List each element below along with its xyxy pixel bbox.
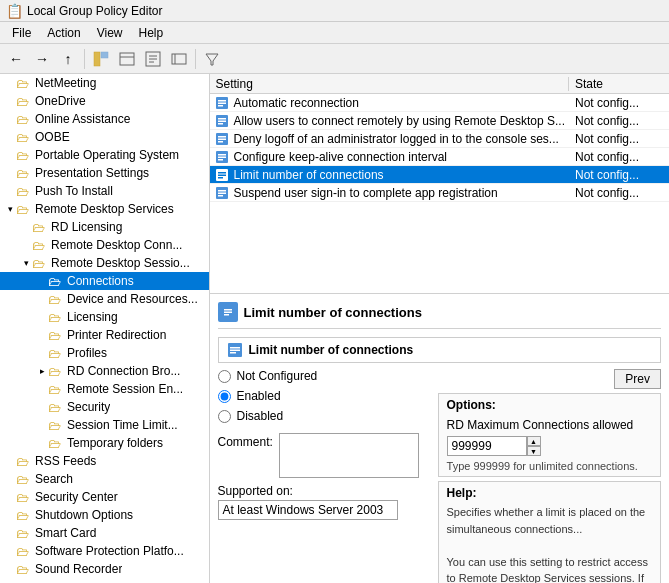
tree-expand-rd-session[interactable]: ▾: [20, 257, 32, 269]
settings-row-keep-alive[interactable]: Configure keep-alive connection interval…: [210, 148, 669, 166]
tree-item-rss-feeds[interactable]: 🗁RSS Feeds: [0, 452, 209, 470]
tree-label-onedrive: OneDrive: [35, 94, 86, 108]
folder-icon-netmeeting: 🗁: [16, 76, 32, 90]
tree-item-session-time[interactable]: 🗁Session Time Limit...: [0, 416, 209, 434]
settings-row-limit-connections[interactable]: Limit number of connectionsNot config...: [210, 166, 669, 184]
tree-item-oobe[interactable]: 🗁OOBE: [0, 128, 209, 146]
tree-item-smart-card[interactable]: 🗁Smart Card: [0, 524, 209, 542]
svg-rect-12: [218, 100, 226, 102]
tree-item-rd-licensing[interactable]: 🗁RD Licensing: [0, 218, 209, 236]
tree-item-software-protection[interactable]: 🗁Software Protection Platfo...: [0, 542, 209, 560]
settings-row-suspend-sign-in[interactable]: Suspend user sign-in to complete app reg…: [210, 184, 669, 202]
folder-icon-rss-feeds: 🗁: [16, 454, 32, 468]
svg-rect-25: [218, 156, 226, 158]
detail-title-row: Limit number of connections: [218, 302, 661, 329]
tree-label-device-res: Device and Resources...: [67, 292, 198, 306]
folder-icon-profiles: 🗁: [48, 346, 64, 360]
radio-disabled[interactable]: [218, 410, 231, 423]
tree-expand-presentation: [4, 167, 16, 179]
spinner-up[interactable]: ▲: [527, 436, 541, 446]
tree-item-onedrive[interactable]: 🗁OneDrive: [0, 92, 209, 110]
tree-item-printer-redir[interactable]: 🗁Printer Redirection: [0, 326, 209, 344]
folder-icon-software-protection: 🗁: [16, 544, 32, 558]
tree-item-netmeeting[interactable]: 🗁NetMeeting: [0, 74, 209, 92]
settings-row-auto-reconnect[interactable]: Automatic reconnectionNot config...: [210, 94, 669, 112]
detail-title-text: Limit number of connections: [244, 305, 422, 320]
svg-rect-13: [218, 102, 226, 104]
spinner-down[interactable]: ▼: [527, 446, 541, 456]
options-title: Options:: [447, 398, 652, 412]
settings-row-deny-logoff[interactable]: Deny logoff of an administrator logged i…: [210, 130, 669, 148]
svg-rect-18: [218, 123, 223, 125]
properties-button[interactable]: [141, 47, 165, 71]
settings-row-allow-remote[interactable]: Allow users to connect remotely by using…: [210, 112, 669, 130]
help-button[interactable]: [167, 47, 191, 71]
filter-button[interactable]: [200, 47, 224, 71]
menu-item-file[interactable]: File: [4, 24, 39, 42]
tree-item-rd-session[interactable]: ▾🗁Remote Desktop Sessio...: [0, 254, 209, 272]
new-tab-button[interactable]: [115, 47, 139, 71]
tree-expand-rss-feeds: [4, 455, 16, 467]
rd-max-hint: Type 999999 for unlimited connections.: [447, 460, 652, 472]
tree-item-device-res[interactable]: 🗁Device and Resources...: [0, 290, 209, 308]
prev-button[interactable]: Prev: [614, 369, 661, 389]
tree-label-portable-os: Portable Operating System: [35, 148, 179, 162]
svg-rect-30: [218, 177, 223, 179]
show-hide-button[interactable]: [89, 47, 113, 71]
folder-icon-online-assistance: 🗁: [16, 112, 32, 126]
tree-label-search: Search: [35, 472, 73, 486]
tree-expand-push-install: [4, 185, 16, 197]
radio-enabled[interactable]: [218, 390, 231, 403]
tree-expand-connections: [36, 275, 48, 287]
folder-icon-device-res: 🗁: [48, 292, 64, 306]
tree-item-presentation[interactable]: 🗁Presentation Settings: [0, 164, 209, 182]
radio-label-enabled: Enabled: [237, 389, 281, 403]
tree-item-licensing[interactable]: 🗁Licensing: [0, 308, 209, 326]
tree-item-security[interactable]: 🗁Security: [0, 398, 209, 416]
rd-max-input[interactable]: [447, 436, 527, 456]
tree-label-temporary-folders: Temporary folders: [67, 436, 163, 450]
menu-item-help[interactable]: Help: [131, 24, 172, 42]
supported-row: Supported on: At least Windows Server 20…: [218, 484, 428, 520]
back-button[interactable]: ←: [4, 47, 28, 71]
supported-value-box: At least Windows Server 2003: [218, 500, 398, 520]
tree-label-security: Security: [67, 400, 110, 414]
forward-button[interactable]: →: [30, 47, 54, 71]
setting-column-header: Setting: [210, 77, 569, 91]
tree-item-push-install[interactable]: 🗁Push To Install: [0, 182, 209, 200]
svg-rect-0: [94, 52, 100, 66]
folder-icon-connections: 🗁: [48, 274, 64, 288]
settings-rows: Automatic reconnectionNot config...Allow…: [210, 94, 669, 202]
tree-expand-rds[interactable]: ▾: [4, 203, 16, 215]
settings-row-icon-deny-logoff: [210, 130, 230, 148]
tree-item-connections[interactable]: 🗁Connections: [0, 272, 209, 290]
menu-bar: FileActionViewHelp: [0, 22, 669, 44]
tree-item-security-center[interactable]: 🗁Security Center: [0, 488, 209, 506]
tree-item-rd-connection-brc[interactable]: ▸🗁RD Connection Bro...: [0, 362, 209, 380]
tree-item-search[interactable]: 🗁Search: [0, 470, 209, 488]
tree-label-profiles: Profiles: [67, 346, 107, 360]
radio-item-enabled: Enabled: [218, 389, 428, 403]
tree-item-online-assistance[interactable]: 🗁Online Assistance: [0, 110, 209, 128]
tree-expand-shutdown-options: [4, 509, 16, 521]
tree-item-rd-conn[interactable]: 🗁Remote Desktop Conn...: [0, 236, 209, 254]
tree-item-shutdown-options[interactable]: 🗁Shutdown Options: [0, 506, 209, 524]
detail-panel: Limit number of connections Limit number…: [210, 294, 669, 583]
folder-icon-portable-os: 🗁: [16, 148, 32, 162]
tree-item-rds[interactable]: ▾🗁Remote Desktop Services: [0, 200, 209, 218]
up-button[interactable]: ↑: [56, 47, 80, 71]
tree-expand-netmeeting: [4, 77, 16, 89]
menu-item-view[interactable]: View: [89, 24, 131, 42]
radio-not-configured[interactable]: [218, 370, 231, 383]
tree-expand-rd-connection-brc[interactable]: ▸: [36, 365, 48, 377]
tree-item-remote-session-en[interactable]: 🗁Remote Session En...: [0, 380, 209, 398]
svg-rect-32: [218, 190, 226, 192]
tree-item-temporary-folders[interactable]: 🗁Temporary folders: [0, 434, 209, 452]
tree-item-portable-os[interactable]: 🗁Portable Operating System: [0, 146, 209, 164]
tree-label-presentation: Presentation Settings: [35, 166, 149, 180]
tree-expand-session-time: [36, 419, 48, 431]
menu-item-action[interactable]: Action: [39, 24, 88, 42]
tree-item-profiles[interactable]: 🗁Profiles: [0, 344, 209, 362]
comment-input[interactable]: [279, 433, 419, 478]
tree-item-sound-recorder[interactable]: 🗁Sound Recorder: [0, 560, 209, 578]
